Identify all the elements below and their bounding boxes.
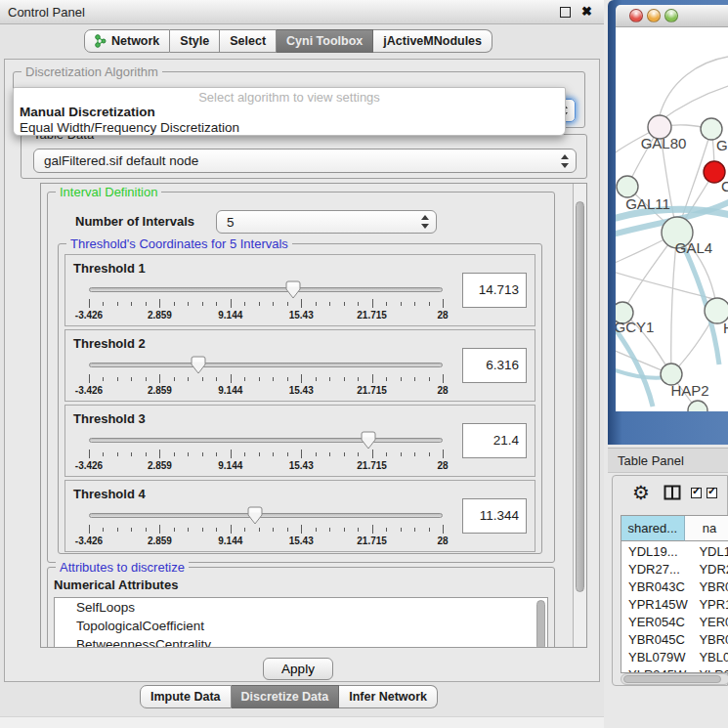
table-row[interactable]: YBL079WYBL0	[621, 649, 728, 666]
tick-mark	[429, 377, 430, 381]
scrollbar-thumb[interactable]	[576, 201, 584, 592]
table-panel-titlebar: Table Panel	[608, 448, 728, 473]
scrollbar-thumb[interactable]	[623, 675, 721, 683]
table-row[interactable]: YDL19...YDL1	[621, 543, 728, 561]
cell-shared-name[interactable]: YDL19...	[621, 543, 691, 561]
table-row[interactable]: YPR145WYPR1	[621, 596, 728, 614]
slider-thumb[interactable]	[191, 356, 206, 374]
threshold-1-slider[interactable]: -3.4262.8599.14415.4321.71528	[89, 280, 443, 323]
threshold-2-slider[interactable]: -3.4262.8599.14415.4321.71528	[89, 356, 443, 399]
table-row[interactable]: YLR345WYLR3	[621, 666, 728, 673]
vertical-scrollbar[interactable]	[573, 184, 586, 647]
table-row[interactable]: YDR27...YDR2	[621, 561, 728, 578]
mac-close-icon[interactable]	[629, 9, 643, 22]
tick-label: 9.144	[218, 310, 242, 321]
columns-icon[interactable]	[664, 485, 681, 500]
column-header-name[interactable]: na	[685, 516, 728, 541]
tick-mark	[89, 374, 90, 383]
table-row[interactable]: YBR045CYBR0	[621, 631, 728, 649]
cell-shared-name[interactable]: YBR043C	[621, 578, 691, 596]
threshold-4-slider[interactable]: -3.4262.8599.14415.4321.71528	[89, 506, 443, 549]
table-row[interactable]: YBR043CYBR0	[621, 578, 728, 596]
node-label: GAL80	[641, 135, 687, 151]
slider-thumb[interactable]	[285, 280, 301, 299]
tick-mark	[89, 450, 90, 458]
list-item[interactable]: SelfLoops	[55, 598, 547, 617]
checkbox-icon[interactable]	[707, 488, 717, 498]
float-window-icon[interactable]	[560, 7, 571, 18]
network-edge[interactable]	[660, 86, 728, 121]
cell-shared-name[interactable]: YBR045C	[621, 631, 691, 649]
slider-thumb[interactable]	[361, 431, 376, 450]
cell-shared-name[interactable]: YPR145W	[621, 596, 691, 614]
tick-mark	[216, 377, 217, 381]
network-canvas[interactable]: GAL80G.CGAL11GAL4GCY1HHAP2	[616, 27, 728, 411]
mac-zoom-icon[interactable]	[664, 9, 678, 22]
network-edge[interactable]	[660, 57, 728, 115]
tab-discretize-data[interactable]: Discretize Data	[232, 685, 340, 708]
number-of-intervals-combobox[interactable]: 5	[216, 210, 437, 234]
slider-track[interactable]	[89, 513, 443, 518]
tick-mark	[216, 452, 217, 456]
gear-icon[interactable]: ⚙	[632, 481, 650, 504]
tick-label: -3.426	[75, 310, 103, 321]
cell-name[interactable]: YBL0	[691, 649, 728, 666]
threshold-3-value-field[interactable]: 21.4	[462, 423, 527, 458]
slider-track[interactable]	[89, 287, 443, 292]
table-row[interactable]: YER054CYER0	[621, 614, 728, 631]
tick-mark	[344, 528, 345, 532]
table-data-combobox[interactable]: galFiltered.sif default node	[33, 149, 577, 173]
cell-name[interactable]: YDR2	[691, 561, 728, 578]
tab-network[interactable]: Network	[84, 29, 170, 53]
tick-mark	[372, 525, 373, 534]
apply-button[interactable]: Apply	[263, 658, 333, 680]
tab-cyni-toolbox[interactable]: Cyni Toolbox	[277, 29, 373, 53]
slider-thumb[interactable]	[247, 506, 263, 525]
tab-jactivemnodules[interactable]: jActiveMNodules	[373, 29, 492, 53]
cell-name[interactable]: YER0	[691, 614, 728, 631]
slider-ticks	[89, 299, 443, 308]
GAL11-node[interactable]	[617, 176, 638, 197]
threshold-1-value-field[interactable]: 14.713	[462, 273, 527, 308]
cell-name[interactable]: YLR3	[691, 666, 728, 673]
numerical-attributes-label: Numerical Attributes	[54, 578, 178, 592]
list-scrollbar[interactable]	[536, 600, 545, 647]
checkbox-icon[interactable]	[691, 488, 702, 498]
list-item[interactable]: BetweennessCentrality	[55, 635, 547, 647]
cell-shared-name[interactable]: YDR27...	[621, 561, 691, 578]
tab-label: Discretize Data	[241, 690, 329, 704]
slider-track[interactable]	[89, 363, 443, 367]
tab-infer-network[interactable]: Infer Network	[339, 685, 438, 708]
close-icon[interactable]: ✖	[581, 4, 592, 19]
threshold-2-value-field[interactable]: 6.316	[462, 348, 527, 383]
cell-shared-name[interactable]: YBL079W	[621, 649, 691, 666]
cell-name[interactable]: YBR0	[691, 578, 728, 596]
interval-definition-group: Interval Definition Number of Intervals …	[47, 192, 555, 563]
tick-mark	[301, 450, 302, 458]
tab-style[interactable]: Style	[170, 29, 220, 53]
list-item[interactable]: TopologicalCoefficient	[55, 617, 547, 635]
horizontal-scrollbar[interactable]	[621, 673, 728, 685]
cell-name[interactable]: YBR0	[691, 631, 728, 649]
dropdown-option-equal-width-frequency[interactable]: Equal Width/Frequency Discretization	[20, 120, 239, 135]
tick-mark	[386, 528, 387, 532]
cell-shared-name[interactable]: YER054C	[621, 614, 691, 631]
tick-mark	[202, 452, 203, 456]
numerical-attributes-list[interactable]: SelfLoopsTopologicalCoefficientBetweenne…	[54, 597, 548, 647]
threshold-3-slider[interactable]: -3.4262.8599.14415.4321.71528	[89, 431, 443, 474]
cell-shared-name[interactable]: YLR345W	[621, 666, 691, 673]
mac-minimize-icon[interactable]	[647, 9, 661, 22]
column-header-shared[interactable]: shared...	[621, 516, 685, 541]
tab-impute-data[interactable]: Impute Data	[140, 685, 232, 708]
threshold-4-value-field[interactable]: 11.344	[462, 498, 527, 534]
network-graph[interactable]: GAL80G.CGAL11GAL4GCY1HHAP2	[616, 27, 728, 411]
network-window-titlebar	[616, 5, 728, 27]
cell-name[interactable]: YPR1	[691, 596, 728, 614]
tab-select[interactable]: Select	[220, 29, 277, 53]
cell-name[interactable]: YDL1	[691, 543, 728, 561]
slider-track[interactable]	[89, 438, 443, 443]
dropdown-option-manual-discretization[interactable]: Manual Discretization	[20, 105, 155, 119]
tick-mark	[273, 302, 274, 306]
slider-tick-labels: -3.4262.8599.14415.4321.71528	[89, 385, 443, 397]
thresholds-group: Threshold's Coordinates for 5 Intervals …	[58, 243, 542, 554]
